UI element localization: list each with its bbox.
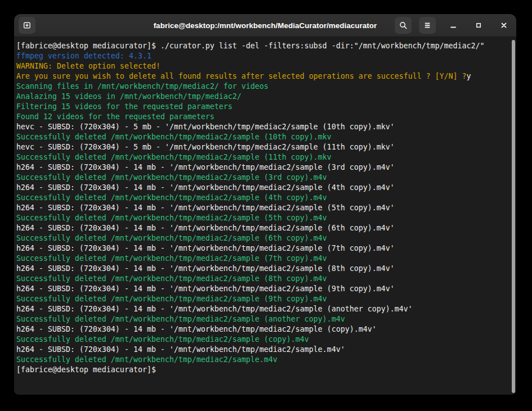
terminal-window: fabrice@desktop:/mnt/workbench/MediaCura… bbox=[14, 14, 516, 395]
terminal-line: Successfully deleted /mnt/workbench/tmp/… bbox=[16, 193, 508, 203]
terminal-line: Successfully deleted /mnt/workbench/tmp/… bbox=[16, 355, 508, 365]
terminal-line: Analazing 15 videos in /mnt/workbench/tm… bbox=[16, 92, 508, 102]
terminal-line: Successfully deleted /mnt/workbench/tmp/… bbox=[16, 233, 508, 243]
terminal-output[interactable]: [fabrice@desktop mediacurator]$ ./curato… bbox=[14, 37, 516, 395]
terminal-line: Successfully deleted /mnt/workbench/tmp/… bbox=[16, 132, 508, 142]
search-icon bbox=[399, 21, 408, 30]
terminal-line: h264 - SUBSD: (720x304) - 14 mb - '/mnt/… bbox=[16, 345, 508, 355]
terminal-line: hevc - SUBSD: (720x304) - 5 mb - '/mnt/w… bbox=[16, 122, 508, 132]
terminal-line: Successfully deleted /mnt/workbench/tmp/… bbox=[16, 173, 508, 183]
terminal-line: [fabrice@desktop mediacurator]$ bbox=[16, 365, 508, 375]
terminal-line: Successfully deleted /mnt/workbench/tmp/… bbox=[16, 274, 508, 284]
titlebar-controls bbox=[395, 17, 512, 34]
terminal-line: Filtering 15 videos for the requested pa… bbox=[16, 102, 508, 112]
search-button[interactable] bbox=[395, 17, 412, 34]
terminal-line: ffmpeg version detected: 4.3.1 bbox=[16, 51, 508, 61]
terminal-line: Successfully deleted /mnt/workbench/tmp/… bbox=[16, 294, 508, 304]
terminal-line: Successfully deleted /mnt/workbench/tmp/… bbox=[16, 152, 508, 162]
window-title: fabrice@desktop:/mnt/workbench/MediaCura… bbox=[154, 21, 377, 30]
terminal-line: h264 - SUBSD: (720x304) - 14 mb - '/mnt/… bbox=[16, 284, 508, 294]
terminal-line: h264 - SUBSD: (720x304) - 14 mb - '/mnt/… bbox=[16, 243, 508, 254]
terminal-line: h264 - SUBSD: (720x304) - 14 mb - '/mnt/… bbox=[16, 304, 508, 314]
tab-new-icon bbox=[22, 21, 31, 30]
terminal-line: Successfully deleted /mnt/workbench/tmp/… bbox=[16, 213, 508, 223]
titlebar[interactable]: fabrice@desktop:/mnt/workbench/MediaCura… bbox=[14, 14, 516, 37]
terminal-line: Successfully deleted /mnt/workbench/tmp/… bbox=[16, 254, 508, 264]
terminal-line: WARNING: Delete option selected! bbox=[16, 61, 508, 71]
terminal-line: h264 - SUBSD: (720x304) - 14 mb - '/mnt/… bbox=[16, 223, 508, 233]
new-tab-button[interactable] bbox=[19, 17, 35, 34]
terminal-line: h264 - SUBSD: (720x304) - 14 mb - '/mnt/… bbox=[16, 203, 508, 213]
minimize-button[interactable] bbox=[445, 17, 461, 33]
terminal-line: h264 - SUBSD: (720x304) - 14 mb - '/mnt/… bbox=[16, 264, 508, 274]
terminal-line: Successfully deleted /mnt/workbench/tmp/… bbox=[16, 335, 508, 345]
close-button[interactable] bbox=[496, 17, 512, 33]
terminal-line: h264 - SUBSD: (720x304) - 14 mb - '/mnt/… bbox=[16, 324, 508, 335]
terminal-line: Successfully deleted /mnt/workbench/tmp/… bbox=[16, 314, 508, 324]
terminal-line: Are you sure you wish to delete all foun… bbox=[16, 71, 508, 82]
minimize-icon bbox=[449, 21, 458, 30]
maximize-button[interactable] bbox=[471, 17, 486, 33]
terminal-line: hevc - SUBSD: (720x304) - 5 mb - '/mnt/w… bbox=[16, 142, 508, 152]
close-icon bbox=[499, 21, 508, 30]
menu-button[interactable] bbox=[419, 17, 436, 34]
terminal-line: Found 12 videos for the requested parame… bbox=[16, 112, 508, 122]
terminal-line: Scanning files in /mnt/workbench/tmp/med… bbox=[16, 82, 508, 92]
terminal-line: [fabrice@desktop mediacurator]$ ./curato… bbox=[16, 41, 508, 51]
scrollbar-thumb[interactable] bbox=[512, 40, 515, 393]
maximize-icon bbox=[474, 21, 483, 30]
terminal-line: h264 - SUBSD: (720x304) - 14 mb - '/mnt/… bbox=[16, 183, 508, 193]
hamburger-menu-icon bbox=[423, 21, 432, 30]
terminal-line: h264 - SUBSD: (720x304) - 14 mb - '/mnt/… bbox=[16, 162, 508, 173]
